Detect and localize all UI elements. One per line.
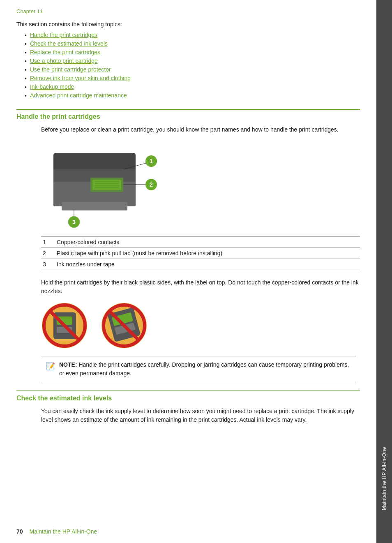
- chapter-label: Chapter 11: [16, 8, 43, 14]
- part-num: 3: [41, 259, 53, 270]
- note-body: Handle the print cartridges carefully. D…: [59, 361, 349, 377]
- warning-image-1: [41, 302, 88, 349]
- printer-illustration: 1 2 3: [41, 141, 177, 231]
- list-item: Handle the print cartridges: [25, 32, 360, 39]
- page-container: Chapter 11 This section contains the fol…: [0, 0, 392, 543]
- toc-link-handle[interactable]: Handle the print cartridges: [30, 32, 97, 38]
- note-label: NOTE:: [59, 361, 77, 368]
- note-text: NOTE: Handle the print cartridges carefu…: [59, 360, 351, 378]
- intro-text: This section contains the following topi…: [16, 21, 360, 28]
- table-row: 3 Ink nozzles under tape: [41, 259, 360, 270]
- page-number: 70: [16, 528, 23, 535]
- svg-rect-2: [53, 165, 136, 169]
- part-desc: Plastic tape with pink pull tab (must be…: [53, 248, 360, 259]
- main-content: Chapter 11 This section contains the fol…: [0, 0, 376, 543]
- check-section: Check the estimated ink levels You can e…: [16, 390, 360, 424]
- table-row: 2 Plastic tape with pink pull tab (must …: [41, 248, 360, 259]
- list-item: Check the estimated ink levels: [25, 40, 360, 47]
- warning-image-2: [101, 302, 148, 349]
- part-desc: Ink nozzles under tape: [53, 259, 360, 270]
- warning-images: [41, 302, 360, 349]
- list-item: Remove ink from your skin and clothing: [25, 75, 360, 82]
- toc-list: Handle the print cartridges Check the es…: [25, 32, 360, 99]
- part-num: 2: [41, 248, 53, 259]
- list-item: Advanced print cartridge maintenance: [25, 92, 360, 99]
- svg-text:2: 2: [150, 181, 153, 188]
- check-text: You can easily check the ink supply leve…: [41, 407, 360, 424]
- svg-rect-6: [92, 180, 121, 190]
- svg-text:1: 1: [150, 158, 153, 164]
- list-item: Ink-backup mode: [25, 83, 360, 90]
- check-heading: Check the estimated ink levels: [16, 390, 360, 402]
- footer-text: Maintain the HP All-in-One: [30, 528, 97, 535]
- list-item: Use the print cartridge protector: [25, 66, 360, 73]
- toc-link-photo[interactable]: Use a photo print cartridge: [30, 58, 98, 64]
- part-num: 1: [41, 237, 53, 248]
- handle-note-text: Hold the print cartridges by their black…: [41, 278, 360, 296]
- parts-table: 1 Copper-colored contacts 2 Plastic tape…: [41, 236, 360, 270]
- toc-link-inkbackup[interactable]: Ink-backup mode: [30, 83, 74, 90]
- handle-intro: Before you replace or clean a print cart…: [41, 125, 360, 134]
- note-box: 📝 NOTE: Handle the print cartridges care…: [41, 356, 356, 382]
- svg-text:3: 3: [72, 219, 76, 225]
- note-icon: 📝: [46, 361, 55, 372]
- chapter-header: Chapter 11: [16, 8, 360, 14]
- toc-link-remove[interactable]: Remove ink from your skin and clothing: [30, 75, 131, 81]
- sidebar-label: Maintain the HP All-in-One: [381, 447, 387, 510]
- list-item: Replace the print cartridges: [25, 49, 360, 56]
- toc-link-check[interactable]: Check the estimated ink levels: [30, 40, 108, 47]
- toc-link-replace[interactable]: Replace the print cartridges: [30, 49, 100, 55]
- printer-diagram: 1 2 3: [41, 141, 360, 232]
- sidebar: Maintain the HP All-in-One: [376, 0, 392, 543]
- list-item: Use a photo print cartridge: [25, 58, 360, 65]
- table-row: 1 Copper-colored contacts: [41, 237, 360, 248]
- handle-section: Handle the print cartridges Before you r…: [16, 109, 360, 382]
- toc-link-advanced[interactable]: Advanced print cartridge maintenance: [30, 92, 127, 99]
- handle-heading: Handle the print cartridges: [16, 109, 360, 120]
- toc-link-protector[interactable]: Use the print cartridge protector: [30, 66, 111, 73]
- page-footer: 70 Maintain the HP All-in-One: [16, 528, 368, 535]
- part-desc: Copper-colored contacts: [53, 237, 360, 248]
- svg-rect-4: [62, 202, 127, 210]
